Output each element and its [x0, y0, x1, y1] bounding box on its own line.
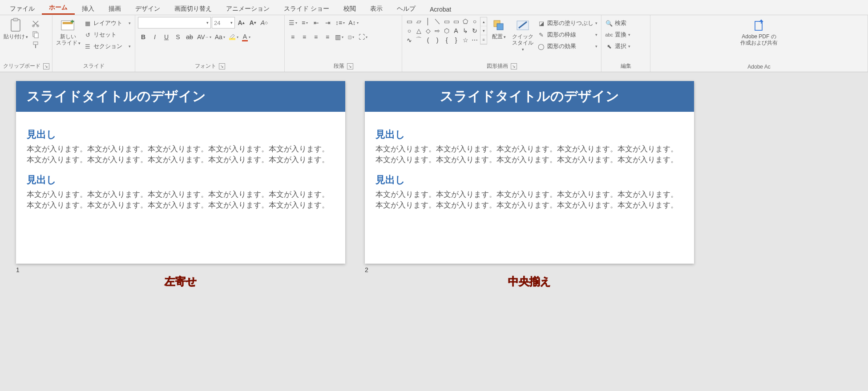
tab-view[interactable]: 表示	[363, 2, 390, 15]
slide-2-body: 見出し 本文が入ります。本文が入ります。本文が入ります。本文が入ります。本文が入…	[365, 112, 694, 211]
decrease-indent-button[interactable]: ⇤	[311, 18, 322, 28]
justify-button[interactable]: ≡	[322, 32, 333, 42]
tab-review[interactable]: 校閲	[336, 2, 363, 15]
change-case-button[interactable]: Aa	[214, 32, 226, 42]
shapes-gallery[interactable]: ▭▱│＼▭▭⬠○ ○△◇⇨⬡A↳↻ ∿⌒(){}☆⋯	[405, 17, 479, 45]
cursor-icon: ⬉	[605, 42, 613, 50]
arrange-button[interactable]: 配置▾	[489, 17, 509, 41]
cut-button[interactable]	[30, 19, 41, 29]
quick-styles-icon	[515, 18, 530, 33]
shapes-gallery-scroll[interactable]: ▴▾≡	[480, 17, 487, 45]
tab-slideshow[interactable]: スライド ショー	[277, 2, 336, 15]
tab-draw[interactable]: 描画	[101, 2, 128, 15]
align-center-button[interactable]: ≡	[299, 32, 310, 42]
paste-button[interactable]: 貼り付け▾	[3, 17, 28, 41]
slide-1-text-1: 本文が入ります。本文が入ります。本文が入ります。本文が入ります。本文が入ります。…	[27, 144, 335, 165]
bullets-button[interactable]: ☰	[287, 18, 299, 28]
adobe-pdf-button[interactable]: Adobe PDF の 作成および共有	[739, 17, 779, 47]
tab-design[interactable]: デザイン	[128, 2, 167, 15]
font-size-combo[interactable]: 24▾	[212, 17, 235, 29]
bold-button[interactable]: B	[138, 32, 149, 42]
new-slide-icon	[61, 18, 76, 33]
clipboard-dialog-launcher[interactable]: ↘	[43, 63, 49, 69]
svg-rect-1	[13, 18, 18, 21]
svg-rect-11	[497, 24, 503, 30]
group-adobe-label: Adobe Ac	[747, 64, 770, 70]
align-right-button[interactable]: ≡	[311, 32, 321, 42]
tab-file[interactable]: ファイル	[3, 2, 42, 15]
replace-icon: ab⁠c	[605, 31, 613, 39]
svg-rect-6	[33, 42, 38, 45]
slide-1[interactable]: スライドタイトルのデザイン 見出し 本文が入ります。本文が入ります。本文が入りま…	[16, 81, 345, 264]
columns-button[interactable]: ▥	[334, 32, 345, 42]
strikethrough-button[interactable]: ab	[184, 32, 195, 42]
group-drawing: ▭▱│＼▭▭⬠○ ○△◇⇨⬡A↳↻ ∿⌒(){}☆⋯ ▴▾≡ 配置▾ クイック …	[402, 15, 602, 72]
underline-button[interactable]: U	[161, 32, 172, 42]
layout-button[interactable]: ▦レイアウト▾	[83, 18, 132, 29]
layout-icon: ▦	[84, 19, 92, 27]
format-painter-button[interactable]	[30, 40, 41, 50]
clipboard-icon	[8, 18, 23, 33]
shape-fill-button[interactable]: ◪図形の塗りつぶし▾	[537, 18, 598, 29]
numbering-button[interactable]: ≡	[299, 18, 310, 28]
tab-help[interactable]: ヘルプ	[390, 2, 423, 15]
pen-icon: ✎	[537, 31, 545, 39]
slide-2-number: 2	[365, 266, 694, 273]
tab-acrobat[interactable]: Acrobat	[423, 3, 458, 15]
copy-button[interactable]	[30, 29, 41, 39]
font-name-combo[interactable]: ▾	[138, 17, 211, 29]
smartart-button[interactable]: ⛶	[357, 32, 369, 42]
group-clipboard-label: クリップボード	[3, 62, 40, 70]
replace-button[interactable]: ab⁠c置換▾	[604, 29, 631, 40]
drawing-dialog-launcher[interactable]: ↘	[511, 63, 517, 69]
tab-home[interactable]: ホーム	[42, 1, 75, 15]
group-paragraph-label: 段落	[334, 62, 344, 70]
select-button[interactable]: ⬉選択▾	[604, 41, 631, 52]
clear-formatting-button[interactable]: A◇	[259, 18, 270, 28]
svg-rect-5	[34, 33, 38, 38]
text-shadow-button[interactable]: S	[173, 32, 183, 42]
font-dialog-launcher[interactable]: ↘	[219, 63, 225, 69]
section-button[interactable]: ☰セクション▾	[83, 41, 132, 52]
new-slide-button[interactable]: 新しい スライド▾	[55, 17, 81, 47]
line-spacing-button[interactable]: ↕≡	[334, 18, 346, 28]
align-left-button[interactable]: ≡	[287, 32, 298, 42]
svg-rect-8	[63, 22, 73, 24]
highlight-button[interactable]	[227, 32, 240, 42]
tab-animation[interactable]: アニメーション	[219, 2, 277, 15]
slide-2[interactable]: スライドタイトルのデザイン 見出し 本文が入ります。本文が入ります。本文が入りま…	[365, 81, 694, 264]
slide-sorter-canvas[interactable]: スライドタイトルのデザイン 見出し 本文が入ります。本文が入ります。本文が入りま…	[0, 72, 868, 297]
group-slides-label: スライド	[83, 62, 105, 70]
grow-font-button[interactable]: A▴	[236, 18, 246, 28]
group-slides: 新しい スライド▾ ▦レイアウト▾ ↺リセット ☰セクション▾ スライド	[52, 15, 135, 72]
slide-2-title: スライドタイトルのデザイン	[365, 81, 694, 112]
shape-rect-icon: ▭	[405, 17, 414, 26]
align-text-button[interactable]: ⎅	[346, 32, 356, 42]
arrange-icon	[491, 18, 506, 33]
font-color-button[interactable]: A	[241, 32, 252, 42]
shape-effects-button[interactable]: ◯図形の効果▾	[537, 41, 598, 52]
text-direction-button[interactable]: A↕	[347, 18, 359, 28]
paste-label: 貼り付け	[4, 33, 25, 40]
shrink-font-button[interactable]: A▾	[247, 18, 258, 28]
slide-1-wrap: スライドタイトルのデザイン 見出し 本文が入ります。本文が入ります。本文が入りま…	[16, 81, 345, 289]
tab-transition[interactable]: 画面切り替え	[167, 2, 219, 15]
group-font: ▾ 24▾ A▴ A▾ A◇ B I U S ab AV↔ Aa A フォント↘	[135, 15, 285, 72]
reset-icon: ↺	[84, 31, 92, 39]
group-clipboard: 貼り付け▾ クリップボード↘	[0, 15, 52, 72]
italic-button[interactable]: I	[149, 32, 160, 42]
group-editing-label: 編集	[621, 62, 631, 70]
bucket-icon: ◪	[537, 19, 545, 27]
quick-styles-button[interactable]: クイック スタイル▾	[511, 17, 535, 53]
tab-insert[interactable]: 挿入	[75, 2, 101, 15]
paragraph-dialog-launcher[interactable]: ↘	[347, 63, 353, 69]
group-drawing-label: 図形描画	[487, 62, 508, 70]
increase-indent-button[interactable]: ⇥	[323, 18, 333, 28]
svg-rect-9	[229, 38, 235, 40]
find-button[interactable]: 🔍検索	[604, 18, 627, 29]
reset-button[interactable]: ↺リセット	[83, 29, 132, 40]
char-spacing-button[interactable]: AV↔	[196, 32, 213, 42]
slide-1-heading-1: 見出し	[27, 128, 335, 141]
shape-outline-button[interactable]: ✎図形の枠線▾	[537, 29, 598, 40]
slide-2-heading-2: 見出し	[375, 173, 683, 187]
